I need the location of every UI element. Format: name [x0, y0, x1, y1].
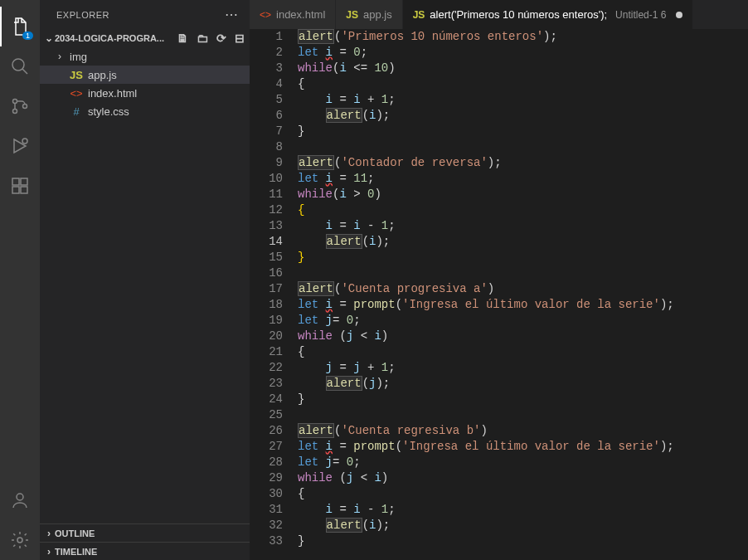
explorer-badge: 1	[22, 32, 33, 40]
svg-line-1	[22, 69, 27, 74]
svg-point-5	[22, 139, 27, 144]
tab-meta: Untitled-1 6	[615, 9, 666, 21]
chevron-right-icon: ›	[55, 51, 65, 62]
activity-source-control[interactable]	[0, 86, 40, 126]
explorer-sidebar: EXPLORER ⋯ ⌄ 2034-LOGICA-PROGRA... 🗎 🗀 ⟳…	[40, 0, 250, 560]
project-name: 2034-LOGICA-PROGRA...	[55, 33, 164, 43]
svg-point-10	[17, 494, 23, 500]
html-file-icon: <>	[260, 9, 271, 21]
folder-label: img	[70, 51, 87, 63]
tab-index-html[interactable]: <> index.html	[250, 0, 336, 29]
section-timeline[interactable]: › TIMELINE	[40, 542, 250, 560]
refresh-icon[interactable]: ⟳	[216, 32, 226, 45]
tab-label: app.js	[363, 8, 392, 21]
file-label: app.js	[88, 69, 117, 81]
editor-area: <> index.html JS app.js JS alert('Primer…	[250, 0, 748, 560]
line-number-gutter: 1234567891011121314151617181920212223242…	[250, 29, 298, 560]
svg-point-11	[17, 538, 22, 543]
tab-app-js[interactable]: JS app.js	[336, 0, 402, 29]
tab-label: index.html	[276, 8, 325, 21]
js-file-icon: JS	[70, 69, 83, 81]
svg-rect-8	[12, 187, 19, 193]
activity-top: 1	[0, 7, 40, 206]
section-label: OUTLINE	[55, 528, 95, 538]
svg-rect-6	[12, 178, 19, 185]
svg-point-0	[12, 59, 24, 71]
file-label: index.html	[88, 87, 137, 100]
tree-file-style[interactable]: # style.css	[40, 102, 250, 120]
js-file-icon: JS	[413, 9, 425, 21]
activity-bar: 1	[0, 0, 40, 560]
tab-label: alert('Primeros 10 números enteros');	[430, 8, 607, 21]
new-folder-icon[interactable]: 🗀	[197, 32, 208, 45]
chevron-right-icon: ›	[43, 546, 55, 558]
file-tree: › img JS app.js <> index.html # style.cs…	[40, 47, 250, 523]
code-content[interactable]: alert('Primeros 10 números enteros');let…	[298, 29, 748, 560]
dirty-indicator-icon	[676, 12, 682, 18]
sidebar-more-icon[interactable]: ⋯	[225, 7, 239, 22]
tab-untitled[interactable]: JS alert('Primeros 10 números enteros');…	[403, 0, 694, 29]
svg-point-2	[13, 100, 17, 104]
css-file-icon: #	[70, 105, 83, 118]
html-file-icon: <>	[70, 87, 83, 100]
tree-folder-img[interactable]: › img	[40, 47, 250, 66]
svg-point-3	[13, 110, 17, 114]
section-label: TIMELINE	[55, 547, 97, 557]
file-label: style.css	[88, 105, 129, 118]
js-file-icon: JS	[346, 9, 358, 21]
collapse-all-icon[interactable]: ⊟	[235, 32, 245, 45]
sidebar-header: EXPLORER ⋯	[40, 0, 250, 29]
activity-explorer[interactable]: 1	[0, 7, 40, 46]
chevron-down-icon: ⌄	[43, 32, 55, 44]
project-actions: 🗎 🗀 ⟳ ⊟	[177, 32, 245, 45]
code-editor[interactable]: 1234567891011121314151617181920212223242…	[250, 29, 748, 560]
activity-bottom	[0, 480, 40, 560]
svg-rect-9	[21, 187, 27, 193]
activity-accounts[interactable]	[0, 480, 40, 520]
project-root-row[interactable]: ⌄ 2034-LOGICA-PROGRA... 🗎 🗀 ⟳ ⊟	[40, 29, 250, 47]
svg-point-4	[23, 105, 27, 109]
svg-rect-7	[21, 178, 27, 185]
activity-search[interactable]	[0, 46, 40, 86]
section-outline[interactable]: › OUTLINE	[40, 523, 250, 542]
tree-file-appjs[interactable]: JS app.js	[40, 66, 250, 84]
activity-run-debug[interactable]	[0, 126, 40, 166]
new-file-icon[interactable]: 🗎	[177, 32, 188, 45]
tree-file-index[interactable]: <> index.html	[40, 84, 250, 102]
sidebar-title: EXPLORER	[56, 10, 109, 20]
activity-extensions[interactable]	[0, 166, 40, 206]
activity-settings[interactable]	[0, 520, 40, 560]
editor-tabs: <> index.html JS app.js JS alert('Primer…	[250, 0, 748, 29]
chevron-right-icon: ›	[43, 528, 55, 539]
